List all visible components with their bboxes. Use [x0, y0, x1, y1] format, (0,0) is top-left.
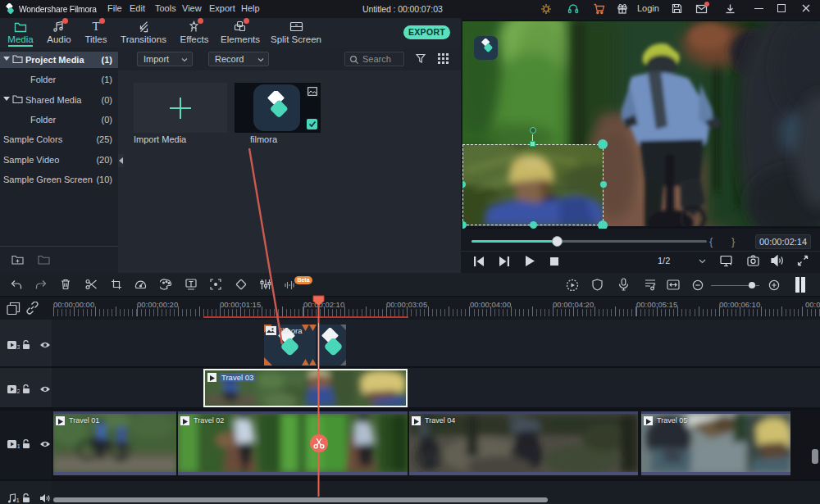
svg-text:3: 3: [17, 343, 20, 350]
svg-text:2: 2: [17, 388, 20, 394]
svg-text:1: 1: [16, 497, 20, 503]
svg-text:1: 1: [17, 443, 20, 449]
